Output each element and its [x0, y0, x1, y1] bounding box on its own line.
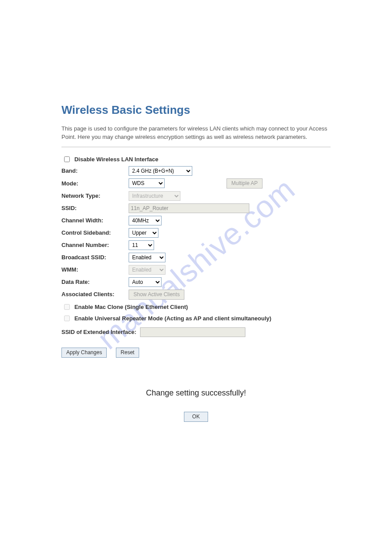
network-type-select: Infrastructure [129, 191, 180, 201]
channel-number-label: Channel Number: [61, 239, 129, 251]
multiple-ap-button: Multiple AP [227, 178, 263, 189]
channel-number-select[interactable]: 11 [129, 240, 154, 250]
mode-select[interactable]: WDS [129, 178, 165, 188]
ssid-ext-row: SSID of Extended Interface: [61, 326, 331, 339]
disable-wlan-row: Disable Wireless LAN Interface [61, 153, 331, 165]
page-description: This page is used to configure the param… [61, 125, 331, 141]
reset-button[interactable]: Reset [116, 348, 139, 358]
ssid-input [129, 203, 249, 213]
band-select[interactable]: 2.4 GHz (B+G+N) [129, 166, 192, 176]
apply-changes-button[interactable]: Apply Changes [61, 348, 107, 358]
ok-button[interactable]: OK [184, 412, 208, 422]
disable-wlan-checkbox[interactable] [64, 156, 70, 162]
ssid-label: SSID: [61, 202, 129, 214]
broadcast-ssid-label: Broadcast SSID: [61, 251, 129, 264]
mac-clone-row: Enable Mac Clone (Single Ethernet Client… [61, 301, 331, 312]
broadcast-ssid-select[interactable]: Enabled [129, 253, 165, 262]
channel-width-select[interactable]: 40MHz [129, 216, 162, 225]
assoc-clients-label: Associated Clients: [61, 288, 129, 301]
repeater-row: Enable Universal Repeater Mode (Acting a… [61, 312, 290, 324]
ssid-ext-label: SSID of Extended Interface: [61, 329, 136, 335]
wmm-select: Enabled [129, 265, 165, 275]
settings-table: Band: 2.4 GHz (B+G+N) Mode: WDS Multiple… [61, 165, 266, 301]
mac-clone-checkbox [64, 304, 70, 310]
wmm-label: WMM: [61, 264, 129, 276]
success-message: Change setting successfully! [61, 388, 331, 398]
action-bar: Apply Changes Reset [61, 348, 331, 358]
repeater-checkbox [64, 316, 70, 321]
band-label: Band: [61, 165, 129, 177]
page-title: Wireless Basic Settings [61, 103, 331, 117]
success-box: Change setting successfully! OK [61, 388, 331, 422]
mac-clone-label: Enable Mac Clone (Single Ethernet Client… [74, 304, 188, 310]
data-rate-label: Data Rate: [61, 276, 129, 288]
data-rate-select[interactable]: Auto [129, 277, 162, 287]
disable-wlan-label: Disable Wireless LAN Interface [74, 156, 158, 163]
show-active-clients-button: Show Active Clients [129, 290, 184, 300]
divider [61, 147, 331, 147]
repeater-label: Enable Universal Repeater Mode (Acting a… [74, 315, 271, 322]
control-sideband-select[interactable]: Upper [129, 228, 158, 238]
ssid-ext-input [140, 327, 245, 337]
channel-width-label: Channel Width: [61, 214, 129, 227]
settings-page: Wireless Basic Settings This page is use… [0, 0, 392, 422]
mode-label: Mode: [61, 177, 129, 190]
control-sideband-label: Control Sideband: [61, 227, 129, 239]
network-type-label: Network Type: [61, 190, 129, 202]
